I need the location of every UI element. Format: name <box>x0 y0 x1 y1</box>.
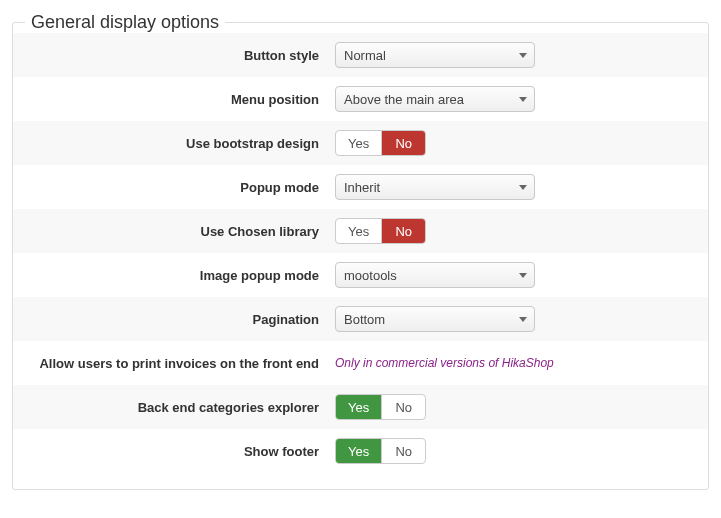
toggle-bootstrap-yes[interactable]: Yes <box>336 131 381 155</box>
select-button-style[interactable]: Normal <box>335 42 535 68</box>
label-bootstrap: Use bootstrap design <box>13 126 333 161</box>
row-chosen: Use Chosen library Yes No <box>13 209 708 253</box>
toggle-chosen-yes[interactable]: Yes <box>336 219 381 243</box>
select-pagination-wrap: Bottom <box>335 306 535 332</box>
label-chosen: Use Chosen library <box>13 214 333 249</box>
select-pagination[interactable]: Bottom <box>335 306 535 332</box>
row-pagination: Pagination Bottom <box>13 297 708 341</box>
row-bootstrap: Use bootstrap design Yes No <box>13 121 708 165</box>
select-image-popup[interactable]: mootools <box>335 262 535 288</box>
select-menu-position[interactable]: Above the main area <box>335 86 535 112</box>
toggle-backend-explorer-yes[interactable]: Yes <box>336 395 381 419</box>
row-popup-mode: Popup mode Inherit <box>13 165 708 209</box>
label-button-style: Button style <box>13 38 333 73</box>
options-table: Button style Normal Menu position Above … <box>13 33 708 473</box>
toggle-show-footer: Yes No <box>335 438 426 464</box>
row-show-footer: Show footer Yes No <box>13 429 708 473</box>
commercial-note: Only in commercial versions of HikaShop <box>335 356 554 370</box>
toggle-show-footer-yes[interactable]: Yes <box>336 439 381 463</box>
label-popup-mode: Popup mode <box>13 170 333 205</box>
toggle-backend-explorer-no[interactable]: No <box>381 395 425 419</box>
select-menu-position-wrap: Above the main area <box>335 86 535 112</box>
toggle-bootstrap-no[interactable]: No <box>381 131 425 155</box>
label-pagination: Pagination <box>13 302 333 337</box>
toggle-bootstrap: Yes No <box>335 130 426 156</box>
toggle-chosen: Yes No <box>335 218 426 244</box>
general-display-options-fieldset: General display options Button style Nor… <box>12 12 709 490</box>
label-invoices: Allow users to print invoices on the fro… <box>13 346 333 381</box>
toggle-chosen-no[interactable]: No <box>381 219 425 243</box>
row-menu-position: Menu position Above the main area <box>13 77 708 121</box>
select-button-style-wrap: Normal <box>335 42 535 68</box>
row-button-style: Button style Normal <box>13 33 708 77</box>
label-menu-position: Menu position <box>13 82 333 117</box>
row-backend-explorer: Back end categories explorer Yes No <box>13 385 708 429</box>
toggle-show-footer-no[interactable]: No <box>381 439 425 463</box>
select-image-popup-wrap: mootools <box>335 262 535 288</box>
label-show-footer: Show footer <box>13 434 333 469</box>
label-image-popup: Image popup mode <box>13 258 333 293</box>
toggle-backend-explorer: Yes No <box>335 394 426 420</box>
fieldset-legend: General display options <box>25 12 225 33</box>
select-popup-mode[interactable]: Inherit <box>335 174 535 200</box>
label-backend-explorer: Back end categories explorer <box>13 390 333 425</box>
row-invoices: Allow users to print invoices on the fro… <box>13 341 708 385</box>
row-image-popup: Image popup mode mootools <box>13 253 708 297</box>
select-popup-mode-wrap: Inherit <box>335 174 535 200</box>
